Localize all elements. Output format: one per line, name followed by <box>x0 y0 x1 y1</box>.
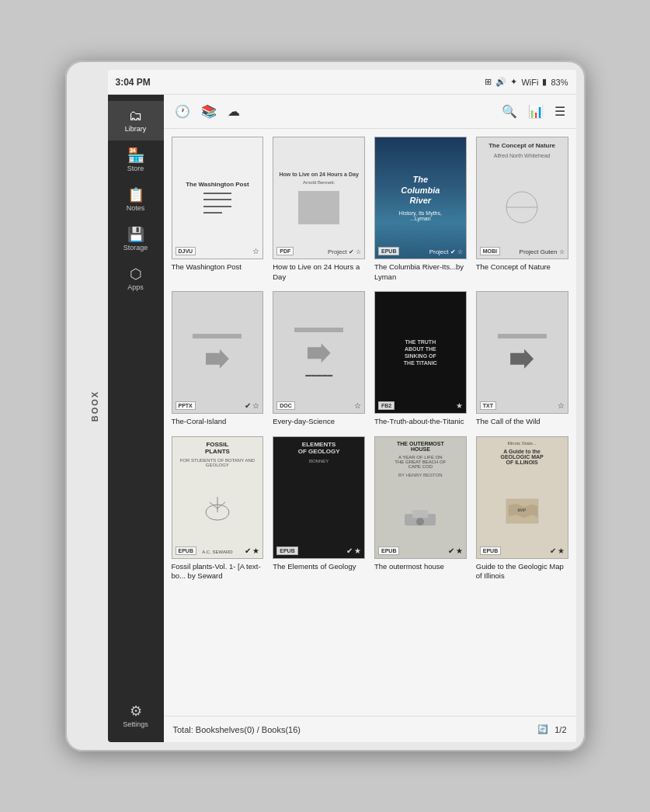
book-cover: FOSSILPLANTS FOR STUDENTS OF BOTANY AND … <box>172 436 264 559</box>
book-title: The-Coral-Island <box>172 417 264 426</box>
notes-icon: 📋 <box>127 188 144 202</box>
total-count: Total: Bookshelves(0) / Books(16) <box>173 725 301 734</box>
book-card[interactable]: Illinois State... A Guide to theGEOLOGIC… <box>476 436 568 581</box>
sidebar-item-apps[interactable]: ⬡ Apps <box>108 259 164 299</box>
book-card[interactable]: PPTX ✔ ☆ The-Coral-Island <box>172 291 264 427</box>
book-cover: ELEMENTSOF GEOLOGY BONNEY EPUB ✔★ <box>273 436 365 559</box>
book-card[interactable]: The Washington Post ▬▬▬▬▬▬▬▬▬▬▬▬▬▬▬▬▬▬▬▬… <box>172 137 264 282</box>
format-badge: MOBI <box>480 247 500 255</box>
check-icon: ✔ <box>245 401 251 410</box>
book-card[interactable]: THE OUTERMOSTHOUSE A YEAR OF LIFE ONTHE … <box>374 436 467 581</box>
svg-point-8 <box>416 518 424 526</box>
book-card[interactable]: ELEMENTSOF GEOLOGY BONNEY EPUB ✔★ The El… <box>273 436 365 581</box>
wifi-icon: WiFi <box>521 78 538 87</box>
project-badge: Project Guten☆ <box>520 248 565 255</box>
history-icon[interactable]: 🕐 <box>173 102 192 120</box>
sidebar: 🗂 Library 🏪 Store 📋 Notes 💾 Storage ⬡ <box>108 95 164 742</box>
format-badge: PDF <box>276 247 294 255</box>
book-title: The Washington Post <box>172 262 264 272</box>
svg-rect-7 <box>412 510 428 518</box>
toolbar-left: 🕐 📚 ☁ <box>173 102 242 120</box>
format-badge: TXT <box>480 401 496 410</box>
svg-line-5 <box>217 502 225 508</box>
menu-icon[interactable]: ☰ <box>553 102 567 120</box>
star-icon: ✔ ☆ <box>245 401 259 410</box>
status-icons: ⊞ 🔊 ✦ WiFi ▮ 83% <box>485 77 568 87</box>
search-icon[interactable]: 🔍 <box>500 102 519 120</box>
sidebar-label-library: Library <box>125 125 147 133</box>
sidebar-label-apps: Apps <box>127 283 144 291</box>
cloud-icon[interactable]: ☁ <box>226 102 242 120</box>
bluetooth-icon: ✦ <box>510 77 517 87</box>
sidebar-item-settings[interactable]: ⚙ Settings <box>108 696 164 736</box>
star-icon: ☆ <box>252 247 259 255</box>
battery-percent: 83% <box>551 78 568 87</box>
book-title: The Columbia River-Its...by Lyman <box>374 262 467 282</box>
star-icon: ✔★ <box>346 547 361 555</box>
format-badge: FB2 <box>378 401 395 410</box>
bookshelf-icon[interactable]: 📚 <box>200 102 218 120</box>
book-title: The Call of the Wild <box>476 417 568 426</box>
book-cover: TXT ☆ <box>476 291 568 414</box>
screen-icon: ⊞ <box>485 77 492 87</box>
book-cover: PPTX ✔ ☆ <box>172 291 264 414</box>
project-badge: Project ✔☆ <box>328 248 361 255</box>
star-icon: ✔★ <box>245 547 259 555</box>
book-title: Every-day-Science <box>273 417 365 426</box>
refresh-icon[interactable]: 🔄 <box>537 724 548 734</box>
book-title: Fossil plants-Vol. 1- [A text-bo... by S… <box>172 562 264 581</box>
book-card[interactable]: How to Live on 24 Hours a Day Arnold Ben… <box>273 137 365 282</box>
book-title: How to Live on 24 Hours a Day <box>273 262 365 282</box>
sidebar-label-notes: Notes <box>127 204 145 212</box>
book-cover: How to Live on 24 Hours a Day Arnold Ben… <box>273 137 365 259</box>
book-cover: ▬▬▬▬▬ DOC ☆ <box>273 291 365 414</box>
device: BOOX 3:04 PM ⊞ 🔊 ✦ WiFi ▮ 83% 🗂 Library <box>65 61 586 751</box>
book-card[interactable]: FOSSILPLANTS FOR STUDENTS OF BOTANY AND … <box>172 436 264 581</box>
toolbar-right: 🔍 📊 ☰ <box>500 102 567 120</box>
toolbar: 🕐 📚 ☁ 🔍 📊 ☰ <box>164 95 576 129</box>
storage-icon: 💾 <box>127 227 144 241</box>
star-icon: ☆ <box>558 401 565 410</box>
stats-icon[interactable]: 📊 <box>527 102 545 120</box>
format-badge: DJVU <box>176 247 196 255</box>
footer: Total: Bookshelves(0) / Books(16) 🔄 1/2 <box>164 716 576 742</box>
book-cover: THE OUTERMOSTHOUSE A YEAR OF LIFE ONTHE … <box>374 436 467 559</box>
store-icon: 🏪 <box>127 148 144 162</box>
volume-icon: 🔊 <box>495 77 506 87</box>
pagination: 1/2 <box>554 725 566 734</box>
project-badge: Project ✔☆ <box>429 248 463 255</box>
book-cover: TheColumbiaRiver History, Its Myths,...L… <box>374 137 467 259</box>
book-card[interactable]: THE TRUTHABOUT THESINKING OFTHE TITANIC … <box>374 291 467 427</box>
book-title: The Elements of Geology <box>273 562 365 571</box>
format-badge: EPUB <box>378 247 399 255</box>
battery-icon: ▮ <box>542 77 547 87</box>
screen: 3:04 PM ⊞ 🔊 ✦ WiFi ▮ 83% 🗂 Library 🏪 Sto… <box>108 70 576 742</box>
book-card[interactable]: The Concept of Nature Alfred North White… <box>476 137 568 282</box>
book-grid: The Washington Post ▬▬▬▬▬▬▬▬▬▬▬▬▬▬▬▬▬▬▬▬… <box>164 129 576 716</box>
star-icon: ✔★ <box>550 547 565 555</box>
format-badge: EPUB <box>176 547 196 555</box>
book-card[interactable]: TheColumbiaRiver History, Its Myths,...L… <box>374 137 467 282</box>
settings-icon: ⚙ <box>130 704 142 718</box>
format-badge: EPUB <box>378 547 399 555</box>
sidebar-item-library[interactable]: 🗂 Library <box>108 101 164 141</box>
book-card[interactable]: ▬▬▬▬▬ DOC ☆ Every-day-Science <box>273 291 365 427</box>
library-icon: 🗂 <box>129 109 143 123</box>
sidebar-label-store: Store <box>127 165 144 172</box>
book-title: The-Truth-about-the-Titanic <box>374 417 467 426</box>
svg-line-4 <box>210 502 217 508</box>
brand-label: BOOX <box>90 390 99 422</box>
footer-right: 🔄 1/2 <box>537 724 566 734</box>
sidebar-item-notes[interactable]: 📋 Notes <box>108 180 164 220</box>
sidebar-label-storage: Storage <box>123 244 148 252</box>
sidebar-label-settings: Settings <box>123 720 148 728</box>
format-badge: EPUB <box>480 547 501 555</box>
format-badge: DOC <box>276 401 295 410</box>
sidebar-item-storage[interactable]: 💾 Storage <box>108 220 164 259</box>
sidebar-item-store[interactable]: 🏪 Store <box>108 141 164 180</box>
status-bar: 3:04 PM ⊞ 🔊 ✦ WiFi ▮ 83% <box>108 70 576 95</box>
apps-icon: ⬡ <box>130 267 142 281</box>
format-badge: PPTX <box>176 401 196 410</box>
library-panel: 🕐 📚 ☁ 🔍 📊 ☰ The Washingto <box>164 95 576 742</box>
book-card[interactable]: TXT ☆ The Call of the Wild <box>476 291 568 427</box>
